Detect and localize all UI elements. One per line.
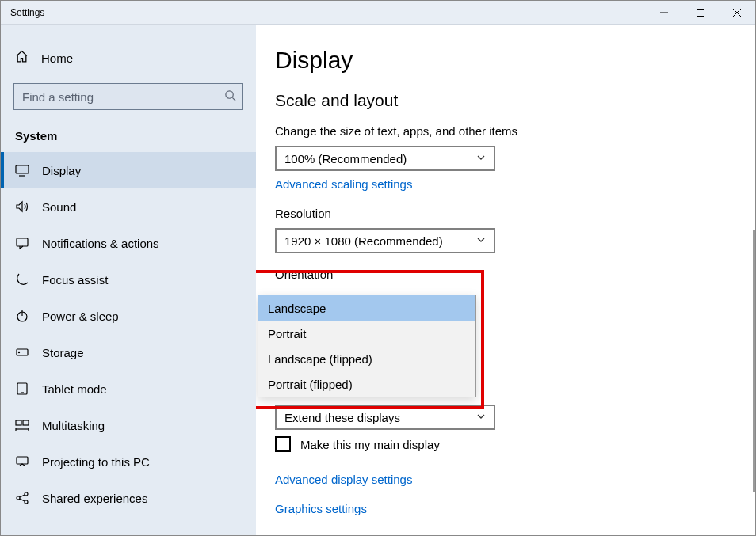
svg-rect-8 bbox=[17, 238, 28, 246]
svg-line-5 bbox=[232, 97, 235, 101]
maximize-button[interactable] bbox=[682, 1, 719, 24]
close-button[interactable] bbox=[719, 1, 755, 24]
home-label: Home bbox=[41, 51, 73, 65]
sidebar-item-storage[interactable]: Storage bbox=[1, 334, 256, 371]
sidebar-item-label: Notifications & actions bbox=[42, 237, 159, 250]
svg-rect-16 bbox=[23, 420, 29, 425]
projecting-icon bbox=[15, 454, 29, 469]
svg-point-4 bbox=[226, 91, 233, 98]
sidebar-item-label: Sound bbox=[42, 200, 76, 214]
sidebar-item-label: Storage bbox=[42, 346, 84, 359]
svg-rect-15 bbox=[16, 420, 21, 425]
svg-rect-6 bbox=[16, 165, 29, 173]
scrollbar[interactable] bbox=[752, 25, 755, 535]
multiple-displays-dropdown[interactable]: Extend these displays bbox=[275, 405, 495, 430]
search-icon bbox=[224, 89, 236, 104]
scale-label: Change the size of text, apps, and other… bbox=[275, 124, 755, 138]
focus-icon bbox=[15, 272, 29, 287]
storage-icon bbox=[15, 345, 29, 359]
shared-icon bbox=[15, 491, 29, 505]
sidebar-item-projecting[interactable]: Projecting to this PC bbox=[1, 443, 256, 480]
orientation-label: Orientation bbox=[275, 268, 755, 281]
sidebar-item-shared-experiences[interactable]: Shared experiences bbox=[1, 480, 256, 516]
svg-rect-1 bbox=[697, 9, 704, 16]
sidebar-item-notifications[interactable]: Notifications & actions bbox=[1, 225, 256, 261]
svg-rect-20 bbox=[17, 457, 28, 464]
sidebar-item-multitasking[interactable]: Multitasking bbox=[1, 407, 256, 443]
checkbox-icon[interactable] bbox=[275, 436, 291, 452]
home-icon bbox=[15, 50, 29, 66]
orientation-option-portrait[interactable]: Portrait bbox=[258, 321, 475, 346]
search-box[interactable] bbox=[13, 83, 243, 110]
sidebar-category: System bbox=[1, 123, 256, 152]
sidebar: Home System Display Sound bbox=[1, 25, 256, 535]
chevron-down-icon bbox=[476, 152, 486, 165]
sidebar-item-label: Shared experiences bbox=[42, 492, 147, 505]
page-title: Display bbox=[275, 47, 755, 74]
sidebar-item-tablet-mode[interactable]: Tablet mode bbox=[1, 371, 256, 407]
search-input[interactable] bbox=[14, 84, 242, 109]
multitasking-icon bbox=[15, 418, 29, 432]
svg-point-21 bbox=[17, 496, 20, 500]
resolution-value: 1920 × 1080 (Recommended) bbox=[284, 234, 443, 248]
svg-point-22 bbox=[25, 492, 28, 496]
titlebar: Settings bbox=[1, 1, 755, 25]
graphics-settings-link[interactable]: Graphics settings bbox=[275, 502, 367, 515]
window-title: Settings bbox=[1, 7, 646, 18]
chevron-down-icon bbox=[476, 411, 486, 424]
resolution-dropdown[interactable]: 1920 × 1080 (Recommended) bbox=[275, 228, 495, 253]
orientation-option-landscape[interactable]: Landscape bbox=[258, 295, 475, 321]
chevron-down-icon bbox=[476, 234, 486, 247]
sidebar-item-power-sleep[interactable]: Power & sleep bbox=[1, 298, 256, 334]
svg-point-12 bbox=[18, 352, 19, 352]
orientation-option-landscape-flipped[interactable]: Landscape (flipped) bbox=[258, 346, 475, 371]
advanced-display-link[interactable]: Advanced display settings bbox=[275, 473, 412, 486]
sidebar-item-label: Multitasking bbox=[42, 419, 105, 432]
sidebar-item-label: Tablet mode bbox=[42, 382, 107, 396]
scale-dropdown[interactable]: 100% (Recommended) bbox=[275, 146, 495, 171]
sidebar-item-label: Power & sleep bbox=[42, 310, 119, 323]
multiple-displays-value: Extend these displays bbox=[284, 411, 400, 424]
sidebar-item-label: Projecting to this PC bbox=[42, 455, 150, 469]
sidebar-item-display[interactable]: Display bbox=[1, 152, 256, 188]
svg-point-23 bbox=[25, 500, 28, 504]
section-title: Scale and layout bbox=[275, 91, 755, 110]
svg-line-25 bbox=[20, 499, 25, 501]
display-icon bbox=[15, 163, 29, 177]
orientation-option-portrait-flipped[interactable]: Portrait (flipped) bbox=[258, 371, 475, 397]
sidebar-item-sound[interactable]: Sound bbox=[1, 188, 256, 225]
sidebar-item-label: Display bbox=[42, 164, 81, 177]
tablet-icon bbox=[15, 382, 29, 396]
content-area: Display Scale and layout Change the size… bbox=[256, 25, 755, 535]
scale-value: 100% (Recommended) bbox=[284, 152, 407, 165]
power-icon bbox=[15, 309, 29, 323]
orientation-popup: Landscape Portrait Landscape (flipped) P… bbox=[258, 295, 476, 397]
sidebar-item-label: Focus assist bbox=[42, 273, 108, 287]
sound-icon bbox=[15, 200, 29, 214]
resolution-label: Resolution bbox=[275, 207, 755, 220]
notifications-icon bbox=[15, 236, 29, 250]
svg-line-24 bbox=[20, 495, 25, 497]
main-display-checkbox-row[interactable]: Make this my main display bbox=[275, 436, 755, 452]
minimize-button[interactable] bbox=[646, 1, 682, 24]
advanced-scaling-link[interactable]: Advanced scaling settings bbox=[275, 177, 412, 191]
sidebar-item-focus-assist[interactable]: Focus assist bbox=[1, 261, 256, 298]
main-display-label: Make this my main display bbox=[300, 438, 440, 451]
home-button[interactable]: Home bbox=[1, 39, 256, 77]
scrollbar-thumb[interactable] bbox=[753, 230, 755, 492]
